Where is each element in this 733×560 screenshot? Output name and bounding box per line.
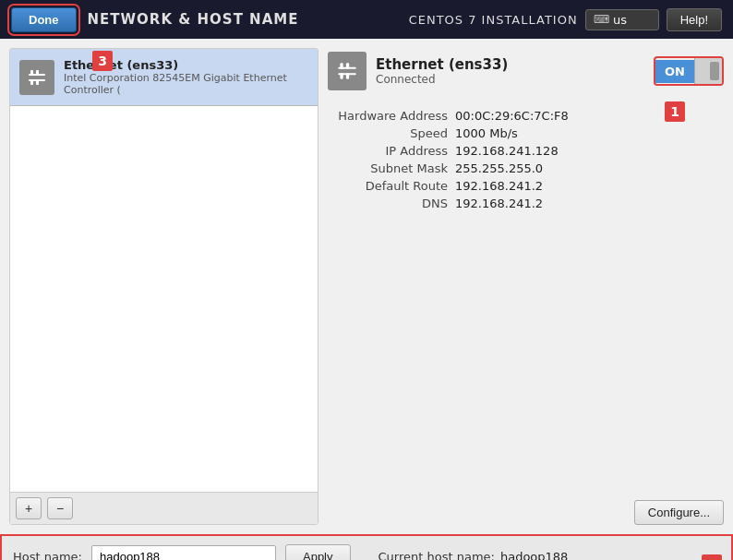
- current-host-info: Current host name: hadoop188: [379, 550, 569, 561]
- network-item-desc: Intel Corporation 82545EM Gigabit Ethern…: [64, 72, 308, 96]
- current-host-value: hadoop188: [500, 550, 568, 561]
- network-list-buttons: + −: [10, 492, 318, 524]
- svg-rect-4: [36, 79, 39, 85]
- svg-rect-2: [30, 70, 33, 76]
- detail-header-left: Ethernet (ens33) Connected: [328, 52, 508, 90]
- keyboard-icon: ⌨: [594, 13, 609, 26]
- toggle-on-label: ON: [655, 60, 694, 83]
- svg-rect-10: [346, 73, 349, 79]
- ethernet-detail-icon: [328, 52, 366, 90]
- detail-header: Ethernet (ens33) Connected ON: [328, 48, 724, 94]
- toggle-container[interactable]: ON: [654, 56, 724, 86]
- left-panel: Ethernet (ens33) Intel Corporation 82545…: [9, 48, 318, 525]
- ethernet-detail-name: Ethernet (ens33): [376, 56, 508, 73]
- configure-button[interactable]: Configure...: [634, 500, 724, 525]
- keyboard-lang: us: [613, 13, 627, 27]
- top-bar-left: Done NETWORK & HOST NAME: [11, 7, 298, 32]
- bottom-bar: Host name: Apply Current host name: hado…: [0, 534, 733, 560]
- top-bar: Done NETWORK & HOST NAME CENTOS 7 INSTAL…: [0, 0, 733, 39]
- dns-value: 192.168.241.2: [455, 197, 543, 210]
- add-network-button[interactable]: +: [16, 497, 42, 519]
- hardware-address-value: 00:0C:29:6C:7C:F8: [455, 109, 569, 123]
- toggle-slider: [694, 58, 722, 84]
- info-row-speed: Speed 1000 Mb/s: [328, 126, 724, 140]
- info-row-ip: IP Address 192.168.241.128: [328, 144, 724, 158]
- apply-button[interactable]: Apply: [285, 544, 351, 561]
- speed-value: 1000 Mb/s: [455, 126, 518, 140]
- ethernet-detail-status: Connected: [376, 73, 508, 86]
- toggle-knob: [710, 62, 719, 80]
- network-list-item[interactable]: Ethernet (ens33) Intel Corporation 82545…: [10, 49, 318, 106]
- main-content: Ethernet (ens33) Intel Corporation 82545…: [0, 39, 733, 534]
- current-host-label: Current host name:: [379, 550, 495, 561]
- info-row-subnet: Subnet Mask 255.255.255.0: [328, 161, 724, 175]
- info-row-dns: DNS 192.168.241.2: [328, 197, 724, 210]
- badge-2: 2: [702, 554, 722, 560]
- keyboard-input[interactable]: ⌨ us: [585, 9, 659, 30]
- ip-label: IP Address: [328, 144, 448, 158]
- done-button[interactable]: Done: [11, 7, 77, 32]
- default-route-value: 192.168.241.2: [455, 179, 543, 193]
- speed-label: Speed: [328, 126, 448, 140]
- help-button[interactable]: Help!: [667, 8, 722, 31]
- subnet-label: Subnet Mask: [328, 161, 448, 175]
- info-row-default-route: Default Route 192.168.241.2: [328, 179, 724, 193]
- ethernet-icon: [19, 60, 54, 95]
- badge-1: 1: [665, 101, 685, 122]
- page-title: NETWORK & HOST NAME: [88, 11, 299, 28]
- svg-rect-5: [30, 79, 33, 85]
- svg-rect-9: [346, 63, 349, 69]
- svg-rect-8: [340, 63, 342, 69]
- host-name-label: Host name:: [13, 550, 82, 561]
- host-name-input[interactable]: [91, 545, 276, 561]
- ethernet-detail-info: Ethernet (ens33) Connected: [376, 56, 508, 86]
- info-table: Hardware Address 00:0C:29:6C:7C:F8 Speed…: [328, 109, 724, 210]
- ip-value: 192.168.241.128: [455, 144, 559, 158]
- top-bar-right: CENTOS 7 INSTALLATION ⌨ us Help!: [409, 8, 722, 31]
- configure-area: Configure...: [328, 491, 724, 525]
- network-list-space: [10, 106, 318, 492]
- svg-rect-3: [36, 70, 39, 76]
- centos-label: CENTOS 7 INSTALLATION: [409, 13, 578, 27]
- dns-label: DNS: [328, 197, 448, 210]
- subnet-value: 255.255.255.0: [455, 161, 543, 175]
- default-route-label: Default Route: [328, 179, 448, 193]
- badge-3: 3: [92, 51, 113, 71]
- svg-rect-11: [340, 73, 342, 79]
- hardware-address-label: Hardware Address: [328, 109, 448, 123]
- remove-network-button[interactable]: −: [47, 497, 73, 519]
